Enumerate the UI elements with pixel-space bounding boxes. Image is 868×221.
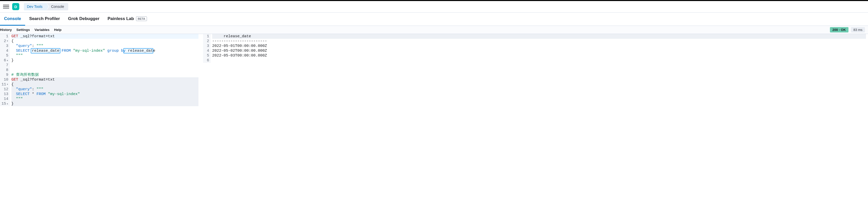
breadcrumb-console[interactable]: Console [46, 3, 68, 10]
tab-painless-lab[interactable]: Painless Lab BETA [103, 13, 151, 26]
subtab-settings[interactable]: Settings [17, 26, 30, 33]
subtab-help[interactable]: Help [54, 26, 61, 33]
pane-splitter[interactable] [200, 34, 203, 106]
response-gutter: 123456 [203, 34, 211, 63]
tab-painless-lab-label: Painless Lab [107, 16, 134, 21]
request-code[interactable]: GET _sql?format=txt{ "query": """ SELECT… [10, 34, 200, 106]
response-editor[interactable]: 123456 release_date --------------------… [203, 34, 868, 106]
subtab-history[interactable]: History [0, 26, 12, 33]
request-editor[interactable]: 12▾3456▴7891011▾12131415▴ GET _sql?forma… [0, 34, 200, 106]
tab-search-profiler[interactable]: Search Profiler [25, 13, 64, 26]
nav-toggle-icon[interactable] [3, 4, 9, 10]
request-gutter: 12▾3456▴7891011▾12131415▴ [0, 34, 10, 106]
field-highlight [123, 48, 153, 53]
timing-badge: 83 ms [851, 27, 865, 32]
tab-grok-debugger[interactable]: Grok Debugger [64, 13, 103, 26]
breadcrumb: Dev Tools Console [24, 3, 68, 10]
editor-split: 12▾3456▴7891011▾12131415▴ GET _sql?forma… [0, 34, 868, 106]
tab-console[interactable]: Console [0, 13, 25, 26]
app-header: D Dev Tools Console [0, 1, 868, 12]
status-badge: 200 - OK [830, 27, 848, 32]
devtools-tabs: Console Search Profiler Grok Debugger Pa… [0, 12, 868, 26]
beta-badge: BETA [136, 16, 147, 21]
breadcrumb-devtools[interactable]: Dev Tools [24, 3, 46, 10]
console-toolbar: History Settings Variables Help 200 - OK… [0, 26, 868, 34]
response-code: release_date ------------------------202… [211, 34, 868, 63]
field-highlight [31, 48, 60, 53]
space-logo[interactable]: D [12, 3, 19, 10]
subtab-variables[interactable]: Variables [34, 26, 50, 33]
